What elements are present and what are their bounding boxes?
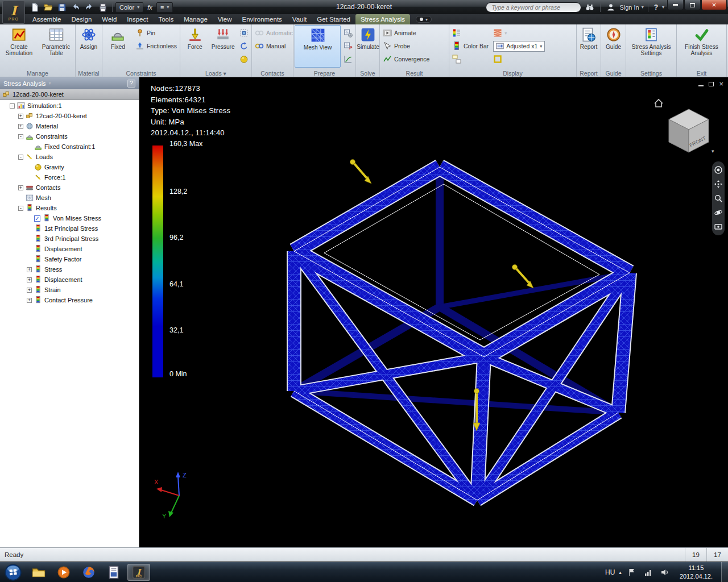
body-load-button[interactable]: [237, 53, 251, 65]
doc-minimize-button[interactable]: [698, 85, 704, 86]
guide-button[interactable]: Guide: [602, 25, 624, 68]
look-at-icon[interactable]: [714, 222, 723, 231]
expand-toggle[interactable]: +: [27, 298, 32, 303]
moment-load-button[interactable]: [237, 40, 251, 52]
automatic-button[interactable]: Automatic: [253, 27, 295, 39]
tree-item-mesh[interactable]: Mesh: [0, 193, 139, 203]
mesh-settings-button[interactable]: [341, 27, 355, 39]
force-button[interactable]: Force: [181, 25, 209, 68]
tree-item-results[interactable]: -Results: [0, 203, 139, 213]
print-icon[interactable]: [97, 2, 109, 13]
taskbar-inventor-app[interactable]: IPRO: [127, 564, 150, 581]
home-icon[interactable]: [655, 99, 663, 107]
doc-close-button[interactable]: ×: [719, 81, 723, 87]
tree-item-von-mises-stress[interactable]: ✓Von Mises Stress: [0, 213, 139, 223]
appearance-combo[interactable]: ≡ ▾: [156, 2, 173, 13]
tree-item-safety-factor[interactable]: Safety Factor: [0, 254, 139, 264]
frictionless-button[interactable]: Frictionless: [133, 40, 179, 52]
chevron-down-icon[interactable]: ▾: [662, 5, 664, 10]
save-icon[interactable]: [56, 2, 68, 13]
expand-toggle[interactable]: +: [27, 277, 32, 282]
pan-icon[interactable]: [714, 180, 723, 189]
show-desktop-button[interactable]: [721, 562, 728, 582]
tree-item-stress[interactable]: +Stress: [0, 264, 139, 275]
action-center-icon[interactable]: [626, 567, 638, 578]
undo-icon[interactable]: [69, 2, 82, 13]
search-button[interactable]: [584, 2, 596, 13]
visibility-checkbox[interactable]: ✓: [34, 215, 40, 222]
expand-toggle[interactable]: -: [18, 134, 23, 139]
animate-button[interactable]: Animate: [380, 27, 432, 39]
probe-button[interactable]: Probe: [380, 40, 432, 52]
volume-icon[interactable]: [659, 567, 671, 578]
tab-view[interactable]: View: [213, 14, 237, 24]
zoom-icon[interactable]: [714, 194, 723, 203]
tree-item-displacement[interactable]: Displacement: [0, 244, 139, 254]
tab-vault[interactable]: Vault: [287, 14, 312, 24]
fixed-button[interactable]: Fixed: [104, 25, 133, 68]
color-bar-button[interactable]: Color Bar: [450, 40, 491, 52]
expand-toggle[interactable]: -: [10, 103, 15, 109]
help-button[interactable]: ?: [652, 3, 660, 11]
bearing-load-button[interactable]: [237, 27, 251, 39]
doc-restore-button[interactable]: [709, 82, 714, 86]
stress-analysis-settings-button[interactable]: Stress Analysis Settings: [627, 25, 675, 68]
convergence-settings-button[interactable]: [341, 53, 355, 65]
tree-item-loads[interactable]: -Loads: [0, 152, 139, 162]
model-canvas[interactable]: [139, 77, 728, 547]
maximize-button[interactable]: [684, 0, 701, 10]
chevron-down-icon[interactable]: ▾: [49, 81, 51, 86]
view-cube[interactable]: FRONT ▾: [653, 97, 715, 156]
expand-toggle[interactable]: +: [18, 124, 23, 129]
expand-toggle[interactable]: +: [18, 185, 23, 190]
tab-tools[interactable]: Tools: [153, 14, 179, 24]
tree-item-12cad-20-00-keret[interactable]: +12cad-20-00-keret: [0, 111, 139, 121]
pin-button[interactable]: Pin: [133, 27, 179, 39]
close-button[interactable]: ×: [701, 0, 727, 10]
simulate-button[interactable]: Simulate: [357, 25, 379, 68]
tree-item-displacement[interactable]: +Displacement: [0, 275, 139, 285]
search-input[interactable]: [486, 2, 581, 13]
app-menu-button[interactable]: I PRO: [2, 1, 25, 24]
expand-toggle[interactable]: -: [18, 155, 23, 160]
tree-item-constraints[interactable]: -Constraints: [0, 131, 139, 142]
network-icon[interactable]: [642, 567, 655, 578]
tab-stress-analysis[interactable]: Stress Analysis: [355, 14, 410, 24]
expand-toggle[interactable]: -: [18, 206, 23, 211]
panel-label-loads[interactable]: Loads ▾: [180, 69, 251, 77]
clock[interactable]: 11:15 2012.04.12.: [675, 564, 717, 581]
minimize-button[interactable]: [667, 0, 684, 10]
steering-wheel-icon[interactable]: [714, 165, 723, 174]
tab-weld[interactable]: Weld: [97, 14, 122, 24]
tree-item-3rd-principal-stress[interactable]: 3rd Principal Stress: [0, 234, 139, 244]
color-plot-button[interactable]: [450, 27, 491, 39]
report-button[interactable]: Report: [578, 25, 599, 68]
local-mesh-control-button[interactable]: [341, 40, 355, 52]
expand-toggle[interactable]: +: [18, 114, 23, 119]
mesh-view-button[interactable]: Mesh View: [295, 25, 341, 68]
tray-expand-button[interactable]: ▴: [619, 569, 622, 575]
tree-item-contacts[interactable]: +Contacts: [0, 182, 139, 193]
expand-toggle[interactable]: +: [27, 267, 32, 272]
boundary-display-button[interactable]: [491, 53, 547, 65]
probe-labels-button[interactable]: [450, 53, 491, 65]
expand-toggle[interactable]: +: [27, 288, 32, 293]
new-document-icon[interactable]: [28, 2, 41, 13]
convergence-button[interactable]: Convergence: [380, 53, 432, 65]
tab-get-started[interactable]: Get Started: [312, 14, 355, 24]
manual-button[interactable]: Manual: [253, 40, 295, 52]
pressure-button[interactable]: Pressure: [210, 25, 237, 68]
tab-environments[interactable]: Environments: [237, 14, 287, 24]
tab-inspect[interactable]: Inspect: [122, 14, 153, 24]
tree-item-strain[interactable]: +Strain: [0, 285, 139, 295]
orbit-icon[interactable]: [714, 208, 723, 217]
language-indicator[interactable]: HU: [605, 568, 615, 576]
parametric-table-button[interactable]: Parametric Table: [38, 25, 74, 68]
tree-item-contact-pressure[interactable]: +Contact Pressure: [0, 295, 139, 305]
tree-item-force-1[interactable]: Force:1: [0, 172, 139, 182]
viewport[interactable]: Nodes:127873Elements:64321Type: Von Mise…: [139, 77, 728, 547]
create-simulation-button[interactable]: Create Simulation: [1, 25, 37, 68]
browser-header[interactable]: Stress Analysis ▾ ?: [0, 77, 139, 89]
viewcube-menu-arrow[interactable]: ▾: [712, 148, 714, 154]
tree-root[interactable]: 12cad-20-00-keret: [0, 89, 139, 100]
